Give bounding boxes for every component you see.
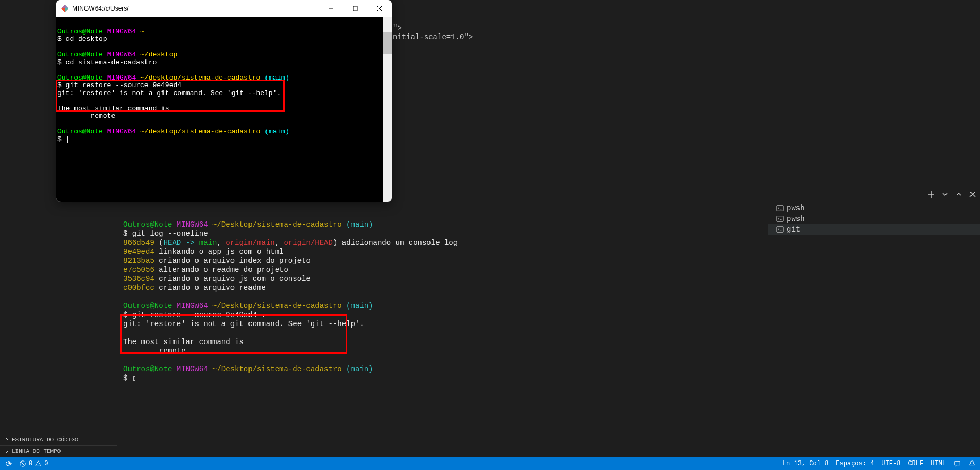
- term-prompt: $ ▯: [123, 374, 136, 382]
- panel-header-actions: [927, 190, 977, 201]
- term-path: ~/desktop/sistema-de-cadastro: [140, 127, 260, 135]
- term-path: ~/Desktop/sistema-de-cadastro: [212, 220, 342, 229]
- bell-icon: [968, 460, 976, 467]
- terminal-tab-label: pwsh: [787, 215, 805, 223]
- term-cmd: $ git log --oneline: [123, 229, 208, 238]
- term-host: MINGW64: [107, 50, 136, 58]
- term-path: ~/desktop: [140, 50, 177, 58]
- status-spaces[interactable]: Espaços: 4: [836, 460, 874, 467]
- gitbash-icon: [61, 4, 69, 13]
- status-language[interactable]: HTML: [931, 460, 946, 467]
- cursor: |: [66, 135, 70, 143]
- outline-label: LINHA DO TEMPO: [12, 448, 61, 455]
- log-hash: 3536c94: [123, 275, 154, 283]
- term-user: Outros@Note: [123, 365, 172, 373]
- log-ref: main: [199, 238, 217, 247]
- term-cmd: $ cd sistema-de-cadastro: [57, 58, 157, 66]
- terminal-tab-label: git: [787, 225, 800, 234]
- term-path: ~/Desktop/sistema-de-cadastro: [212, 302, 342, 310]
- status-feedback[interactable]: [953, 460, 961, 467]
- term-host: MINGW64: [177, 302, 208, 310]
- term-user: Outros@Note: [123, 220, 172, 229]
- term-host: MINGW64: [177, 365, 208, 373]
- log-hash: c00bfcc: [123, 284, 154, 292]
- mingw-titlebar[interactable]: MINGW64:/c/Users/: [56, 0, 392, 17]
- chevron-down-icon[interactable]: [941, 190, 949, 201]
- outline-header-timeline[interactable]: LINHA DO TEMPO: [0, 446, 117, 457]
- term-branch: (main): [264, 127, 289, 135]
- feedback-icon: [953, 460, 961, 467]
- term-branch: (main): [346, 220, 373, 229]
- editor-snippet: "> nitial-scale=1.0">: [393, 15, 473, 51]
- term-user: Outros@Note: [57, 28, 103, 36]
- terminal-tab-git[interactable]: git: [768, 224, 980, 235]
- term-cmd: $ cd desktop: [57, 35, 107, 43]
- status-eol[interactable]: CRLF: [908, 460, 923, 467]
- editor-line: ">: [393, 24, 402, 32]
- log-msg: linkando o app js com o html: [159, 247, 283, 256]
- outline-label: ESTRUTURA DO CÓDIGO: [12, 437, 78, 443]
- svg-rect-0: [777, 206, 783, 211]
- maximize-button[interactable]: [343, 0, 367, 17]
- log-hash: 8213ba5: [123, 257, 154, 265]
- terminal-icon: [776, 215, 784, 223]
- mingw-window: MINGW64:/c/Users/ Outros@Note MINGW64 ~ …: [56, 0, 392, 202]
- highlight-box: [120, 314, 347, 354]
- term-path: ~: [140, 28, 144, 36]
- term-user: Outros@Note: [57, 127, 103, 135]
- status-ln-col[interactable]: Ln 13, Col 8: [783, 460, 828, 467]
- terminal-tabs: pwsh pwsh git: [768, 203, 980, 235]
- log-ref: HEAD ->: [164, 238, 199, 247]
- log-hash: e7c5056: [123, 266, 154, 274]
- status-bell[interactable]: [968, 460, 976, 467]
- highlight-box: [56, 80, 285, 112]
- term-host: MINGW64: [107, 127, 136, 135]
- chevron-right-icon: [4, 437, 10, 442]
- new-terminal-icon[interactable]: [927, 190, 935, 201]
- term-error: remote: [57, 112, 115, 120]
- scrollbar-thumb[interactable]: [383, 32, 392, 54]
- term-branch: (main): [346, 365, 373, 373]
- sync-icon: [4, 460, 12, 467]
- error-icon: [19, 460, 27, 467]
- term-path: ~/Desktop/sistema-de-cadastro: [212, 365, 342, 373]
- term-host: MINGW64: [177, 220, 208, 229]
- svg-rect-2: [777, 227, 783, 233]
- log-msg: criando o arquivo readme: [159, 284, 266, 292]
- status-errors[interactable]: 0 0: [19, 460, 48, 467]
- scrollbar[interactable]: [383, 17, 392, 202]
- terminal-tab-pwsh-1[interactable]: pwsh: [768, 203, 980, 213]
- status-sync[interactable]: [4, 460, 12, 467]
- log-ref: origin/HEAD: [284, 238, 333, 247]
- term-user: Outros@Note: [57, 50, 103, 58]
- terminal-icon: [776, 204, 784, 212]
- close-button[interactable]: [367, 0, 392, 17]
- log-msg: adicionando um console log: [342, 238, 458, 247]
- terminal-tab-pwsh-2[interactable]: pwsh: [768, 213, 980, 224]
- warning-count: 0: [44, 460, 48, 467]
- outline-header-structure[interactable]: ESTRUTURA DO CÓDIGO: [0, 434, 117, 446]
- minimize-button[interactable]: [319, 0, 343, 17]
- mingw-terminal-body[interactable]: Outros@Note MINGW64 ~ $ cd desktop Outro…: [56, 17, 392, 202]
- terminal-tab-label: pwsh: [787, 204, 805, 212]
- log-hash: 866d549: [123, 238, 154, 247]
- terminal-icon: [776, 226, 784, 233]
- mingw-title: MINGW64:/c/Users/: [72, 5, 319, 12]
- close-panel-icon[interactable]: [968, 190, 977, 201]
- term-branch: (main): [346, 302, 373, 310]
- chevron-right-icon: [4, 449, 10, 454]
- warning-icon: [35, 460, 42, 467]
- editor-line: nitial-scale=1.0">: [393, 33, 473, 41]
- svg-rect-4: [353, 6, 357, 11]
- outline-panel: ESTRUTURA DO CÓDIGO LINHA DO TEMPO: [0, 434, 117, 457]
- svg-rect-1: [777, 216, 783, 222]
- log-hash: 9e49ed4: [123, 247, 154, 256]
- log-ref: origin/main: [226, 238, 274, 247]
- term-prompt: $: [57, 135, 66, 143]
- window-controls: [319, 0, 392, 17]
- term-user: Outros@Note: [123, 302, 172, 310]
- chevron-up-icon[interactable]: [955, 190, 963, 201]
- term-host: MINGW64: [107, 28, 136, 36]
- log-msg: criando o arquivo index do projeto: [159, 257, 311, 265]
- status-encoding[interactable]: UTF-8: [881, 460, 900, 467]
